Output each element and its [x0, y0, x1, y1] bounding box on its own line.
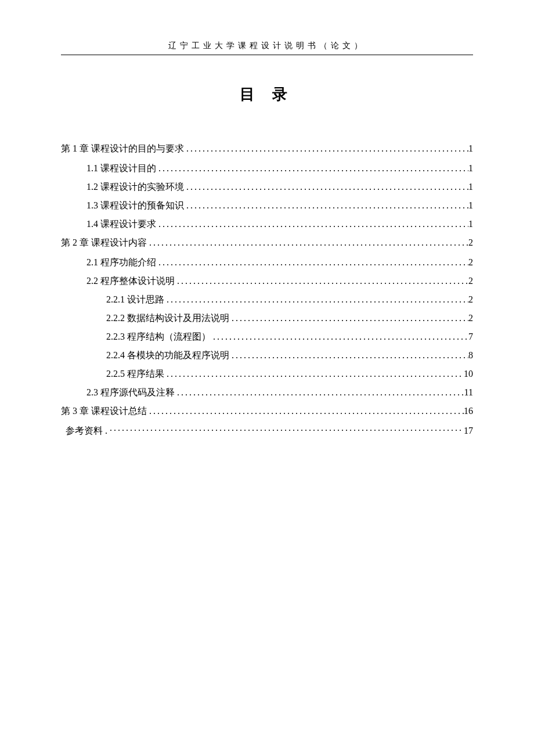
toc-entry: 2.3 程序源代码及注释11 — [61, 386, 473, 399]
toc-entry-page: 2 — [468, 311, 473, 325]
toc-leader-dots — [107, 424, 464, 438]
toc-entry-label: 2.2.5 程序结果 — [106, 367, 164, 381]
toc-title: 目 录 — [61, 84, 473, 105]
toc-entry-label: 2.1 程序功能介绍 — [86, 255, 156, 269]
toc-entry: 第 1 章 课程设计的目的与要求1 — [61, 142, 473, 156]
toc-entry-label: 2.3 程序源代码及注释 — [86, 386, 175, 399]
toc-entry: 2.2.5 程序结果10 — [61, 367, 473, 381]
toc-entry-page: 1 — [468, 199, 473, 213]
toc-entry-label: 1.1 课程设计目的 — [86, 161, 156, 175]
toc-entry: 第 3 章 课程设计总结16 — [61, 404, 473, 418]
toc-entry-page: 2 — [468, 293, 473, 307]
toc-entry-page: 16 — [464, 404, 473, 418]
toc-entry-label: 1.4 课程设计要求 — [86, 217, 156, 231]
toc-entry-label: 2.2.2 数据结构设计及用法说明 — [106, 311, 229, 325]
toc-entry-label: 第 1 章 课程设计的目的与要求 — [61, 142, 184, 156]
toc-leader-dots — [156, 161, 468, 175]
toc-entry: 1.1 课程设计目的1 — [61, 161, 473, 175]
header-rule — [61, 55, 473, 55]
toc-entry: 第 2 章 课程设计内容2 — [61, 236, 473, 250]
toc-entry-page: 8 — [468, 348, 473, 362]
toc-entry-label: 1.2 课程设计的实验环境 — [86, 180, 184, 194]
toc-entry-label: 2.2 程序整体设计说明 — [86, 274, 175, 288]
toc-entry-label: 第 3 章 课程设计总结 — [61, 404, 147, 418]
toc-entry: 1.2 课程设计的实验环境1 — [61, 180, 473, 194]
toc-entry: 1.3 课程设计的预备知识1 — [61, 199, 473, 213]
toc-entry: 2.2.4 各模块的功能及程序说明8 — [61, 348, 473, 362]
toc-entry-page: 2 — [468, 255, 473, 269]
toc-entry: 2.2.3 程序结构（流程图）7 — [61, 330, 473, 344]
toc-entry: 2.2.1 设计思路2 — [61, 293, 473, 307]
toc-leader-dots — [164, 293, 468, 307]
toc-entry-page: 1 — [468, 180, 473, 194]
toc-entry: 2.2.2 数据结构设计及用法说明2 — [61, 311, 473, 325]
toc-leader-dots — [211, 330, 468, 344]
toc-entry-page: 10 — [464, 367, 473, 381]
toc-leader-dots — [147, 236, 468, 250]
toc-entry-page: 1 — [468, 161, 473, 175]
toc-entry-label: 2.2.3 程序结构（流程图） — [106, 330, 211, 344]
toc-leader-dots — [229, 348, 468, 362]
toc-entry-page: 17 — [464, 424, 473, 438]
running-header: 辽宁工业大学课程设计说明书（论文） — [61, 41, 473, 55]
toc-entry: 参考资料 .17 — [61, 424, 473, 438]
toc-entry-page: 1 — [468, 142, 473, 156]
toc-leader-dots — [156, 217, 468, 231]
toc-leader-dots — [184, 180, 468, 194]
toc-entry-label: 第 2 章 课程设计内容 — [61, 236, 147, 250]
toc-entry-label: 2.2.1 设计思路 — [106, 293, 164, 307]
toc-list: 第 1 章 课程设计的目的与要求11.1 课程设计目的11.2 课程设计的实验环… — [61, 142, 473, 438]
toc-leader-dots — [164, 367, 464, 381]
toc-leader-dots — [175, 386, 464, 399]
toc-entry-page: 11 — [464, 386, 473, 399]
toc-entry: 2.2 程序整体设计说明2 — [61, 274, 473, 288]
toc-entry-page: 7 — [468, 330, 473, 344]
toc-leader-dots — [175, 274, 468, 288]
toc-entry-page: 2 — [468, 236, 473, 250]
page: 辽宁工业大学课程设计说明书（论文） 目 录 第 1 章 课程设计的目的与要求11… — [0, 0, 534, 438]
toc-entry-label: 2.2.4 各模块的功能及程序说明 — [106, 348, 229, 362]
toc-entry-page: 2 — [468, 274, 473, 288]
toc-leader-dots — [156, 255, 468, 269]
toc-entry: 2.1 程序功能介绍2 — [61, 255, 473, 269]
toc-entry: 1.4 课程设计要求1 — [61, 217, 473, 231]
toc-leader-dots — [147, 404, 464, 418]
toc-leader-dots — [184, 142, 468, 156]
toc-entry-page: 1 — [468, 217, 473, 231]
toc-entry-label: 参考资料 . — [66, 424, 107, 438]
toc-entry-label: 1.3 课程设计的预备知识 — [86, 199, 184, 213]
toc-leader-dots — [184, 199, 468, 213]
toc-leader-dots — [229, 311, 468, 325]
